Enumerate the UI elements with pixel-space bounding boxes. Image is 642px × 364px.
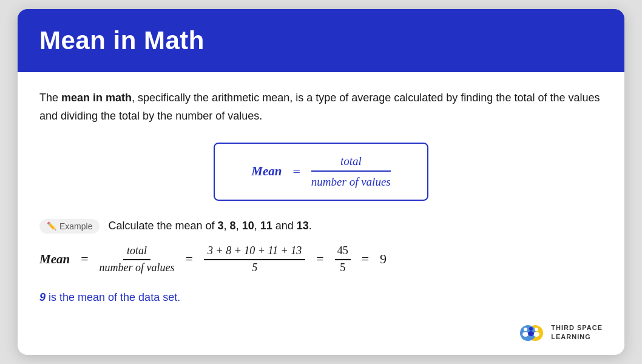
intro-paragraph: The mean in math, specifically the arith…: [39, 89, 603, 125]
tsl-line1: THIRD SPACE: [551, 323, 603, 332]
tsl-line2: LEARNING: [551, 332, 603, 341]
svg-point-3: [522, 332, 529, 337]
intro-text-before: The: [39, 92, 61, 104]
formula-numerator: total: [311, 155, 391, 172]
calc-fraction-1: total number of values: [100, 244, 175, 274]
example-badge-label: Example: [59, 221, 92, 231]
calc-frac3-den: 5: [340, 261, 345, 274]
calc-frac1-den: number of values: [100, 261, 175, 274]
calc-eq1: =: [81, 251, 88, 267]
page-title: Mean in Math: [39, 26, 603, 55]
main-card: Mean in Math The mean in math, specifica…: [18, 9, 624, 354]
calc-frac1-num: total: [123, 244, 150, 260]
calculation-row: Mean = total number of values = 3 + 8 + …: [39, 244, 603, 274]
example-badge: ✏️ Example: [39, 219, 100, 234]
calc-frac2-den: 5: [252, 261, 257, 274]
calc-fraction-3: 45 5: [335, 244, 351, 274]
calc-frac3-num: 45: [335, 244, 351, 260]
tsl-logo-icon: [517, 321, 546, 344]
example-row: ✏️ Example Calculate the mean of 3, 8, 1…: [39, 219, 603, 234]
card-body: The mean in math, specifically the arith…: [18, 72, 624, 320]
svg-point-7: [528, 331, 534, 336]
formula-denominator: number of values: [311, 174, 391, 189]
calc-result: 9: [380, 251, 387, 267]
calc-frac2-num: 3 + 8 + 10 + 11 + 13: [204, 244, 305, 260]
formula-box-wrapper: Mean = total number of values: [39, 143, 603, 201]
card-header: Mean in Math: [18, 9, 624, 72]
example-text: Calculate the mean of 3, 8, 10, 11 and 1…: [108, 220, 311, 232]
svg-point-2: [524, 328, 527, 331]
tsl-logo: THIRD SPACE LEARNING: [517, 321, 603, 344]
conclusion-suffix: is the mean of the data set.: [46, 291, 180, 303]
svg-point-4: [535, 328, 538, 331]
calc-eq4: =: [362, 251, 369, 267]
card-footer: THIRD SPACE LEARNING: [18, 321, 624, 355]
formula-label: Mean: [251, 164, 282, 179]
calc-eq3: =: [316, 251, 323, 267]
svg-point-6: [529, 327, 533, 331]
svg-point-5: [533, 332, 539, 337]
pencil-icon: ✏️: [47, 221, 56, 231]
conclusion-text: 9 is the mean of the data set.: [39, 291, 603, 304]
formula-fraction: total number of values: [311, 155, 391, 189]
calc-eq2: =: [186, 251, 193, 267]
calc-fraction-2: 3 + 8 + 10 + 11 + 13 5: [204, 244, 305, 274]
formula-box: Mean = total number of values: [214, 143, 428, 201]
formula-content: Mean = total number of values: [251, 155, 390, 189]
tsl-text: THIRD SPACE LEARNING: [551, 323, 603, 341]
formula-equals: =: [292, 164, 300, 180]
conclusion-number: 9: [39, 291, 46, 303]
intro-bold-text: mean in math: [61, 92, 132, 104]
calc-label: Mean: [39, 252, 70, 267]
